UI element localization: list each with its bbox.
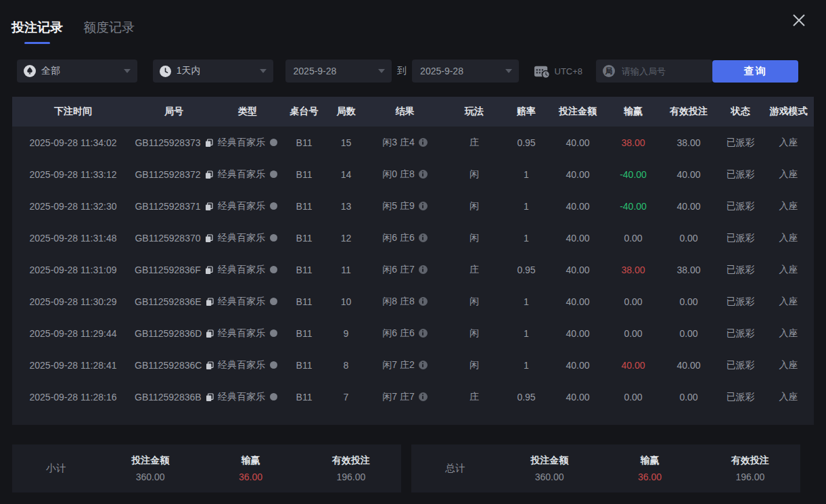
- cell-status: 已派彩: [718, 381, 763, 413]
- copy-icon[interactable]: [205, 139, 213, 147]
- game-replay-dot-icon[interactable]: [270, 393, 277, 400]
- close-icon[interactable]: [790, 12, 808, 29]
- cell-result: 闲8 庄8: [382, 296, 414, 306]
- game-replay-dot-icon[interactable]: [270, 139, 277, 146]
- cell-bet-time: 2025-09-28 11:29:44: [30, 328, 117, 339]
- header-game-type: 类型: [214, 97, 281, 127]
- header-round-id: 局号: [134, 97, 214, 127]
- query-button[interactable]: 查询: [712, 60, 798, 83]
- total-label: 总计: [411, 462, 499, 475]
- cell-round-count: 9: [327, 317, 365, 349]
- cell-bet-amount: 40.00: [549, 190, 607, 222]
- result-info-icon[interactable]: [419, 265, 428, 274]
- tab-quota-records[interactable]: 额度记录: [83, 19, 135, 44]
- result-info-icon[interactable]: [419, 170, 428, 179]
- cell-bet-time: 2025-09-28 11:34:02: [30, 137, 117, 148]
- cell-game-mode: 入座: [763, 317, 814, 349]
- cell-game-mode: 入座: [763, 222, 814, 254]
- game-replay-dot-icon[interactable]: [270, 298, 277, 305]
- copy-icon[interactable]: [205, 234, 213, 243]
- cell-win-loss: 0.00: [607, 381, 660, 413]
- copy-icon[interactable]: [205, 202, 213, 211]
- cell-table-no: B11: [281, 381, 327, 413]
- cell-status: 已派彩: [718, 349, 763, 381]
- cell-win-loss: 0.00: [607, 317, 660, 349]
- chevron-down-icon: [260, 69, 267, 73]
- cell-play: 闲: [444, 285, 504, 317]
- cell-bet-amount: 40.00: [549, 349, 607, 381]
- cell-round-count: 13: [327, 190, 365, 222]
- copy-icon[interactable]: [206, 361, 214, 370]
- cell-valid-bet: 38.00: [660, 127, 718, 158]
- result-info-icon[interactable]: [419, 202, 428, 210]
- subtotal-label: 小计: [12, 462, 100, 475]
- cell-win-loss: 38.00: [607, 127, 660, 158]
- date-from-picker[interactable]: 2025-9-28: [285, 60, 392, 83]
- cell-round-count: 8: [327, 349, 365, 381]
- date-to-value: 2025-9-28: [420, 66, 463, 76]
- cell-game-mode: 入座: [763, 190, 814, 222]
- game-replay-dot-icon[interactable]: [270, 329, 277, 337]
- game-type-select[interactable]: 全部: [17, 60, 137, 83]
- cell-round-count: 11: [327, 254, 365, 285]
- result-info-icon[interactable]: [419, 329, 428, 338]
- tab-betting-records[interactable]: 投注记录: [12, 19, 63, 44]
- result-info-icon[interactable]: [419, 297, 428, 306]
- result-info-icon[interactable]: [419, 392, 428, 401]
- header-game-mode: 游戏模式: [763, 97, 814, 127]
- game-replay-dot-icon[interactable]: [270, 170, 277, 178]
- table-row: 2025-09-28 11:32:30 GB1125928371 经典百家乐 B…: [12, 190, 814, 222]
- round-search-input[interactable]: [620, 66, 706, 77]
- cell-win-loss: 38.00: [607, 254, 660, 285]
- result-info-icon[interactable]: [419, 233, 428, 242]
- cell-bet-amount: 40.00: [549, 158, 607, 190]
- betting-records-window: 投注记录 额度记录 全部 1天内 2025-9-28: [0, 0, 826, 504]
- result-info-icon[interactable]: [419, 361, 428, 369]
- result-info-icon[interactable]: [419, 138, 428, 147]
- cell-odds: 1: [504, 158, 549, 190]
- cell-win-loss: 40.00: [607, 349, 660, 381]
- copy-icon[interactable]: [206, 298, 214, 306]
- chevron-down-icon: [505, 69, 512, 73]
- cell-status: 已派彩: [718, 285, 763, 317]
- cell-valid-bet: 0.00: [660, 381, 718, 413]
- cell-round-id: GB112592836B: [135, 392, 202, 403]
- copy-icon[interactable]: [206, 393, 214, 402]
- cell-table-no: B11: [281, 158, 327, 190]
- cell-play: 闲: [444, 349, 504, 381]
- cell-valid-bet: 0.00: [660, 317, 718, 349]
- active-tab-underline: [24, 42, 50, 44]
- cell-table-no: B11: [281, 349, 327, 381]
- header-bet-time: 下注时间: [12, 97, 134, 127]
- cell-bet-time: 2025-09-28 11:31:09: [30, 265, 117, 275]
- copy-icon[interactable]: [205, 170, 213, 179]
- cell-odds: 0.95: [504, 127, 549, 158]
- copy-icon[interactable]: [206, 329, 214, 338]
- game-replay-dot-icon[interactable]: [270, 234, 277, 242]
- records-table-panel: 下注时间 局号 类型 桌台号 局数 结果 玩法 赔率 投注金额 输赢 有效投注 …: [12, 97, 814, 425]
- header-bet-amount: 投注金额: [549, 97, 607, 127]
- stat-value: 360.00: [100, 472, 200, 482]
- cell-odds: 0.95: [504, 254, 549, 285]
- filter-bar: 全部 1天内 2025-9-28 到 2025-9-28: [17, 60, 798, 83]
- cell-odds: 1: [504, 317, 549, 349]
- cell-play: 闲: [444, 158, 504, 190]
- copy-icon[interactable]: [205, 266, 213, 275]
- game-replay-dot-icon[interactable]: [270, 361, 277, 369]
- stat-label: 投注金额: [100, 455, 200, 467]
- date-to-picker[interactable]: 2025-9-28: [412, 60, 519, 83]
- cell-bet-amount: 40.00: [549, 381, 607, 413]
- total-win-loss: 输赢 36.00: [599, 455, 699, 482]
- cell-result: 闲5 庄9: [382, 200, 414, 211]
- round-search-box[interactable]: 局: [596, 60, 712, 83]
- game-replay-dot-icon[interactable]: [270, 266, 277, 273]
- cell-bet-amount: 40.00: [549, 222, 607, 254]
- game-type-select-value: 全部: [41, 65, 60, 77]
- date-from-value: 2025-9-28: [294, 66, 337, 76]
- subtotal-bet-amount: 投注金额 360.00: [100, 455, 200, 482]
- time-range-select[interactable]: 1天内: [153, 60, 273, 83]
- cell-bet-time: 2025-09-28 11:33:12: [30, 169, 117, 180]
- cell-round-id: GB112592836D: [135, 328, 202, 339]
- cell-round-id: GB112592836C: [135, 360, 202, 371]
- game-replay-dot-icon[interactable]: [270, 202, 277, 210]
